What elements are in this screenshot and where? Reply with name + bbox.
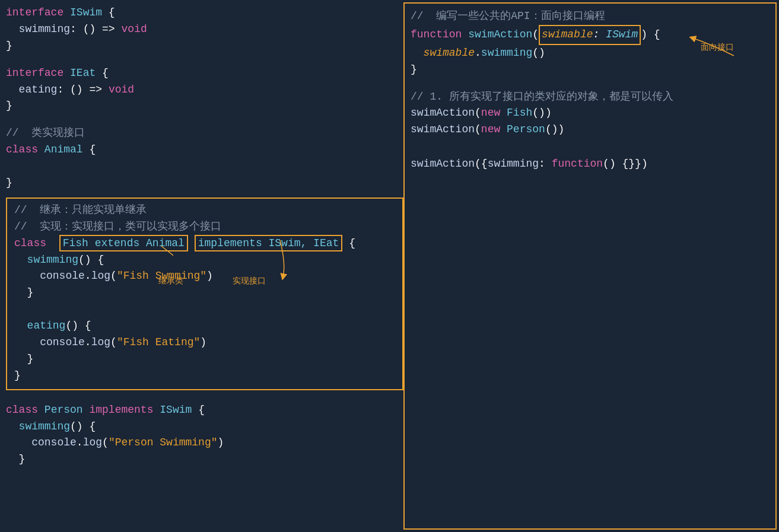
iswim-block: interface ISwim { swimming: () => void } (6, 5, 403, 55)
right-panel: // 编写一些公共的API：面向接口编程 function swimAction… (403, 2, 777, 530)
shixianjiekou-arrow (215, 234, 310, 288)
mianxiangjiekou-arrow (675, 26, 746, 62)
api-comment: // 编写一些公共的API：面向接口编程 function swimAction… (411, 8, 770, 78)
jichenlei-arrow (78, 240, 173, 288)
ieat-block: interface IEat { eating: () => void } (6, 65, 403, 115)
main-container: interface ISwim { swimming: () => void }… (0, 0, 779, 532)
animal-block: // 类实现接口 class Animal { } (6, 125, 403, 192)
swimaction-literal-block: swimAction({swimming: function() {}}) (411, 156, 770, 173)
left-panel: interface ISwim { swimming: () => void }… (0, 0, 403, 532)
fish-section: // 继承：只能实现单继承 // 实现：实现接口，类可以实现多个接口 class… (6, 197, 403, 390)
person-block: class Person implements ISwim { swimming… (6, 402, 403, 469)
comment1-block: // 1. 所有实现了接口的类对应的对象，都是可以传入 swimAction(n… (411, 89, 770, 139)
